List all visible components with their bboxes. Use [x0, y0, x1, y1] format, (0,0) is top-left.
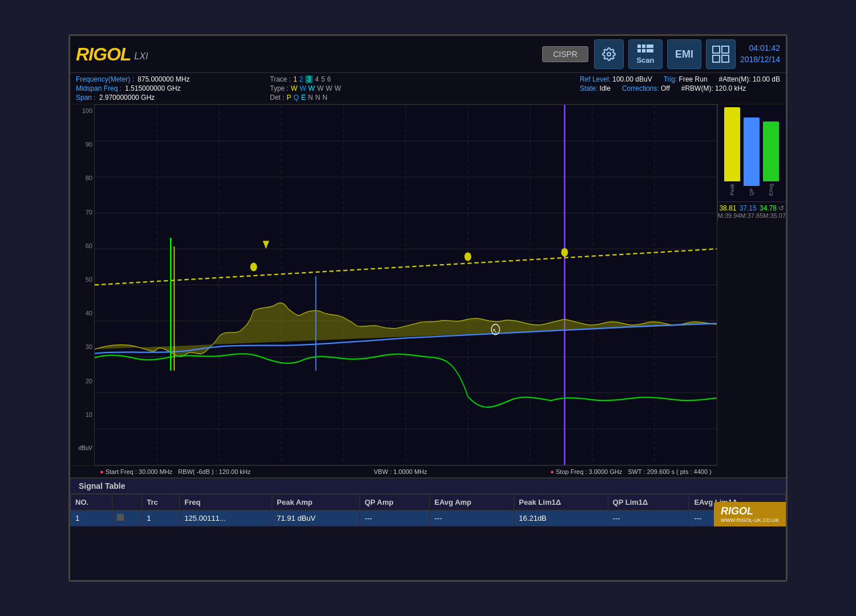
start-dot: ●: [100, 468, 104, 475]
trace-2[interactable]: 2: [300, 75, 304, 83]
rbw-display: RBW( -6dB ) : 120.00 kHz: [178, 468, 251, 475]
bars-container: Peak QP EAvg: [721, 104, 782, 196]
header-buttons: Scan EMI 04:01:42 2018/12/14: [594, 39, 780, 69]
freq-info: Frequency(Meter) : 875.000000 MHz Midspa…: [76, 75, 259, 102]
trace-5[interactable]: 5: [321, 75, 325, 83]
signal-table-wrapper: NO. Trc Freq Peak Amp QP Amp EAvg Amp Pe…: [70, 494, 786, 526]
row-eavg-amp: ---: [430, 510, 514, 526]
corrections-label: Corrections:: [622, 84, 661, 92]
table-body: 1 1 125.00111... 71.91 dBuV --- --- 16.2…: [71, 510, 786, 526]
trig-label: Trig:: [664, 75, 679, 83]
svg-point-32: [250, 262, 257, 271]
trig: Trig: Free Run: [664, 75, 708, 83]
corrections-value: Off: [661, 84, 670, 92]
qp-bar: [744, 117, 760, 186]
svg-rect-5: [637, 49, 641, 52]
status-row-1: Ref Level: 100.00 dBuV Trig: Free Run #A…: [580, 75, 780, 83]
y-tick-70: 70: [72, 209, 92, 216]
row-peak-amp: 71.91 dBuV: [272, 510, 360, 526]
th-no: NO.: [71, 495, 112, 510]
svg-point-33: [465, 252, 471, 261]
state-value: Idle: [600, 84, 611, 92]
marker-icon: [117, 514, 124, 521]
emi-button[interactable]: EMI: [667, 39, 701, 69]
svg-rect-1: [637, 44, 641, 48]
main-content: 100 90 80 70 60 50 40 30 20 10 dBuV: [70, 104, 786, 477]
bottom-logo: RIGOL WWW.RIGOL-UK.CO.UK: [714, 502, 786, 526]
trace-3[interactable]: 3: [305, 75, 313, 83]
svg-line-35: [95, 249, 717, 285]
main-frame: RIGOL LXI CISPR: [68, 34, 788, 582]
type-4: W: [317, 84, 324, 92]
stop-freq-value: Stop Freq : 3.0000 GHz: [556, 468, 622, 475]
type-3: W: [308, 84, 314, 92]
th-icon: [112, 495, 142, 510]
svg-point-0: [607, 52, 611, 56]
svg-point-34: [561, 248, 568, 257]
scan-label: Scan: [636, 56, 654, 64]
svg-rect-10: [722, 46, 729, 53]
span-row: Span : 2.970000000 GHz: [76, 94, 259, 102]
eavg-value: 34.78 ↺: [760, 204, 784, 212]
rbw-label: #RBW(M):: [681, 84, 713, 92]
y-tick-20: 20: [72, 378, 92, 384]
ref-level-label: Ref Level:: [580, 75, 612, 83]
svg-rect-2: [642, 44, 645, 48]
cispr-button[interactable]: CISPR: [542, 46, 588, 62]
det-6: N: [322, 94, 328, 102]
span-label: Span :: [76, 94, 96, 102]
chart-canvas-container: 100 90 80 70 60 50 40 30 20 10 dBuV: [70, 104, 717, 465]
trace-1[interactable]: 1: [293, 75, 297, 83]
row-peak-lim1: 16.21dB: [514, 510, 608, 526]
trace-row: Trace : 1 2 3 4 5 6: [270, 75, 341, 83]
rbw: #RBW(M): 120.0 kHz: [681, 84, 746, 92]
ref-level-value: 100.00 dBuV: [612, 75, 652, 83]
eavg-bar-wrap: EAvg: [763, 121, 779, 196]
type-2: W: [300, 84, 306, 92]
svg-text:↖: ↖: [492, 327, 497, 334]
span-value: 2.970000000 GHz: [99, 94, 155, 102]
th-qp-lim1: QP Lim1Δ: [608, 495, 689, 510]
table-row[interactable]: 1 1 125.00111... 71.91 dBuV --- --- 16.2…: [71, 510, 786, 526]
row-trc: 1: [142, 510, 180, 526]
midspan-value: 1.515000000 GHz: [125, 84, 180, 92]
gear-button[interactable]: [594, 39, 624, 69]
th-freq: Freq: [180, 495, 272, 510]
info-bar: Frequency(Meter) : 875.000000 MHz Midspa…: [70, 73, 786, 104]
header: RIGOL LXI CISPR: [70, 36, 786, 73]
vbw-display: VBW : 1.0000 MHz: [256, 468, 544, 475]
th-qp-amp: QP Amp: [360, 495, 429, 510]
y-tick-dbuv: dBuV: [72, 445, 92, 451]
trace-4[interactable]: 4: [315, 75, 319, 83]
row-qp-amp: ---: [360, 510, 429, 526]
svg-rect-9: [713, 46, 720, 53]
scan-button[interactable]: Scan: [628, 39, 663, 69]
eavg-value-num: 34.78: [760, 204, 777, 212]
svg-rect-12: [722, 55, 729, 62]
status-section: Ref Level: 100.00 dBuV Trig: Free Run #A…: [580, 75, 780, 102]
logo-rigol: RIGOL: [76, 44, 131, 65]
y-tick-10: 10: [72, 411, 92, 418]
bar-panel: Peak QP EAvg 38.81: [717, 104, 786, 477]
table-title: Signal Table: [70, 479, 786, 494]
start-freq: ● Start Freq : 30.000 MHz: [100, 468, 172, 475]
type-5: W: [326, 84, 332, 92]
svg-rect-3: [647, 44, 650, 48]
time-display: 04:01:42: [740, 43, 780, 54]
svg-rect-8: [650, 49, 653, 52]
y-tick-30: 30: [72, 343, 92, 350]
trace-6[interactable]: 6: [327, 75, 331, 83]
trig-value: Free Run: [679, 75, 708, 83]
table-header: NO. Trc Freq Peak Amp QP Amp EAvg Amp Pe…: [71, 495, 786, 510]
grid-button[interactable]: [706, 39, 736, 69]
y-tick-60: 60: [72, 242, 92, 249]
logo-lxi: LXI: [134, 51, 148, 62]
peak-label: Peak: [729, 184, 735, 196]
svg-rect-4: [650, 44, 653, 48]
svg-rect-11: [713, 55, 720, 62]
atten-value: 10.00 dB: [753, 75, 780, 83]
svg-rect-6: [642, 49, 645, 52]
chart-svg: ▼ ↖: [95, 105, 717, 465]
eavg-m: M:35.07: [763, 212, 786, 219]
th-peak-lim1: Peak Lim1Δ: [514, 495, 608, 510]
